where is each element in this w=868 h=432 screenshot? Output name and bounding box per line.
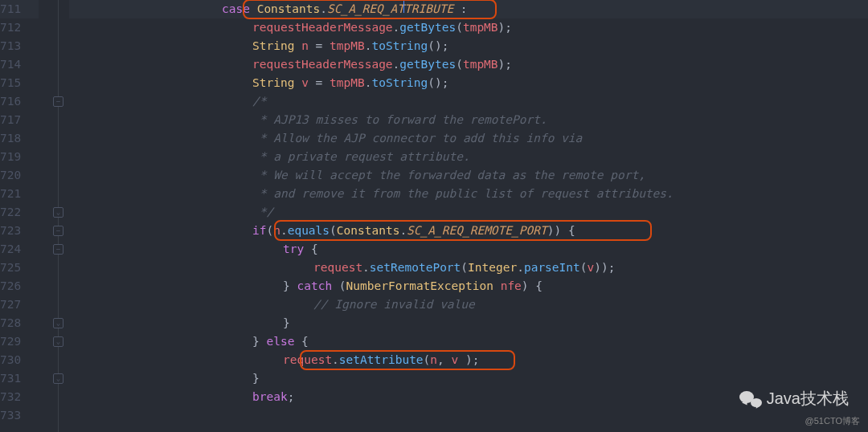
- watermark: Java技术栈: [739, 388, 849, 410]
- code-line[interactable]: requestHeaderMessage.getBytes(tmpMB);: [69, 18, 868, 37]
- line-number: 725: [0, 259, 39, 277]
- token-cm: /*: [252, 92, 266, 111]
- fold-end-icon[interactable]: ⌄: [53, 373, 63, 384]
- token-ident: request: [283, 351, 332, 369]
- token-punc: ();: [428, 37, 448, 55]
- fold-end-icon[interactable]: ⌄: [53, 336, 63, 347]
- code-line[interactable]: * AJP13 misses to forward the remotePort…: [69, 111, 868, 129]
- code-line[interactable]: case Constants.SC_A_REQ_ATTRIBUTE :: [69, 0, 868, 18]
- token-kw: try: [283, 240, 304, 259]
- line-number: 723: [0, 222, 39, 240]
- code-line[interactable]: // Ignore invalid value: [69, 295, 868, 314]
- token-punc: (: [461, 259, 468, 277]
- wechat-icon: [739, 389, 762, 409]
- code-line[interactable]: * We will accept the forwarded data as t…: [69, 166, 868, 185]
- line-number: 717: [0, 111, 39, 129]
- token-cls: String: [252, 37, 294, 55]
- token-punc: (: [332, 277, 346, 295]
- token-fn: toString: [371, 74, 428, 92]
- token-fn: setAttribute: [339, 351, 424, 369]
- token-cm: // Ignore invalid value: [313, 295, 475, 314]
- code-line[interactable]: */: [69, 203, 868, 222]
- line-number: 716: [0, 92, 39, 111]
- code-line[interactable]: } catch (NumberFormatException nfe) {: [69, 277, 868, 295]
- credit-text: @51CTO博客: [805, 415, 860, 427]
- code-line[interactable]: }: [69, 314, 868, 332]
- token-kw: if: [252, 222, 266, 240]
- code-line[interactable]: requestHeaderMessage.getBytes(tmpMB);: [69, 55, 868, 74]
- token-punc: (: [580, 259, 588, 277]
- code-line[interactable]: } else {: [69, 332, 868, 351]
- token-punc: {: [304, 240, 317, 259]
- token-punc: }: [252, 332, 266, 351]
- token-cm: * AJP13 misses to forward the remotePort…: [252, 111, 547, 129]
- token-ident: n: [301, 37, 309, 55]
- token-punc: [294, 37, 301, 55]
- token-punc: )) {: [547, 222, 575, 240]
- line-number-gutter: 7117127137147157167177187197207217227237…: [0, 0, 50, 432]
- line-number: 721: [0, 185, 39, 203]
- token-punc: ();: [428, 74, 448, 92]
- code-editor[interactable]: 7117127137147157167177187197207217227237…: [0, 0, 868, 432]
- token-ident: n: [273, 222, 280, 240]
- token-cls: NumberFormatException: [346, 277, 493, 295]
- code-line[interactable]: request.setRemotePort(Integer.parseInt(v…: [69, 259, 868, 277]
- fold-end-icon[interactable]: ⌄: [53, 318, 63, 328]
- token-punc: .: [393, 18, 400, 37]
- line-number: 719: [0, 148, 39, 166]
- code-area[interactable]: case Constants.SC_A_REQ_ATTRIBUTE :reque…: [69, 0, 868, 432]
- token-punc: }: [283, 314, 290, 332]
- token-kw: break: [252, 388, 288, 406]
- token-punc: .: [320, 0, 327, 18]
- token-punc: );: [458, 351, 479, 369]
- code-line[interactable]: if(n.equals(Constants.SC_A_REQ_REMOTE_PO…: [69, 222, 868, 240]
- code-line[interactable]: request.setAttribute(n, v );: [69, 351, 868, 369]
- token-punc: .: [365, 74, 372, 92]
- line-number: 712: [0, 18, 39, 37]
- token-punc: .: [365, 37, 372, 55]
- line-number: 715: [0, 74, 39, 92]
- fold-column[interactable]: −⌄−−⌄⌄⌄: [50, 0, 69, 432]
- line-number: 713: [0, 37, 39, 55]
- token-punc: );: [498, 18, 512, 37]
- token-punc: .: [393, 55, 400, 74]
- fold-end-icon[interactable]: ⌄: [53, 207, 63, 218]
- code-line[interactable]: String v = tmpMB.toString();: [69, 74, 868, 92]
- token-punc: .: [517, 259, 524, 277]
- fold-start-icon[interactable]: −: [53, 244, 63, 255]
- token-fn: equals: [288, 222, 330, 240]
- code-line[interactable]: try {: [69, 240, 868, 259]
- fold-start-icon[interactable]: −: [53, 226, 63, 236]
- token-cls: String: [252, 74, 294, 92]
- code-line[interactable]: String n = tmpMB.toString();: [69, 37, 868, 55]
- token-ident: n: [430, 351, 437, 369]
- token-punc: ;: [288, 388, 295, 406]
- code-line[interactable]: * a private request attribute.: [69, 148, 868, 166]
- line-number: 726: [0, 277, 39, 295]
- token-prop: TRIBUTE: [404, 0, 453, 18]
- token-prop: SC_A_REQ_REMOTE_PORT: [407, 222, 547, 240]
- token-prop: SC_A_REQ_AT: [327, 0, 404, 18]
- token-cm: */: [252, 203, 273, 222]
- watermark-text: Java技术栈: [767, 388, 849, 410]
- token-ident: tmpMB: [463, 55, 498, 74]
- code-line[interactable]: * Allow the AJP connector to add this in…: [69, 129, 868, 148]
- fold-start-icon[interactable]: −: [53, 96, 63, 107]
- line-number: 714: [0, 55, 39, 74]
- token-punc: }: [283, 277, 297, 295]
- token-ident: requestHeaderMessage: [252, 18, 393, 37]
- token-kw: case: [222, 0, 250, 18]
- token-punc: [250, 0, 257, 18]
- token-fn: toString: [371, 37, 428, 55]
- code-line[interactable]: }: [69, 369, 868, 388]
- token-punc: ,: [437, 351, 451, 369]
- token-fn: getBytes: [399, 55, 456, 74]
- line-number: 732: [0, 388, 39, 406]
- line-number: 711: [0, 0, 39, 18]
- token-punc: (: [456, 18, 463, 37]
- code-line[interactable]: * and remove it from the public list of …: [69, 185, 868, 203]
- token-punc: }: [252, 369, 260, 388]
- token-punc: (: [456, 55, 463, 74]
- token-punc: .: [362, 259, 370, 277]
- code-line[interactable]: /*: [69, 92, 868, 111]
